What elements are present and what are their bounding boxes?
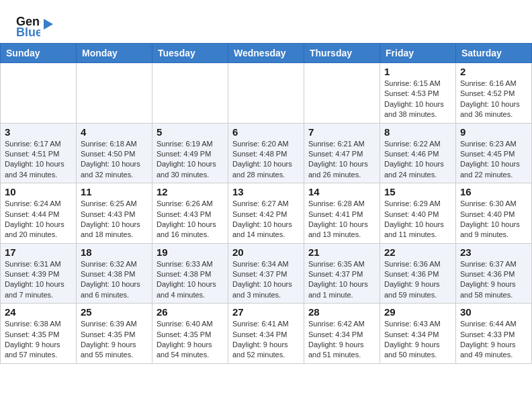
day-number: 19 <box>157 246 224 258</box>
day-info: Sunrise: 6:38 AM Sunset: 4:35 PM Dayligh… <box>5 319 72 361</box>
day-number: 12 <box>157 186 224 197</box>
day-info: Sunrise: 6:21 AM Sunset: 4:47 PM Dayligh… <box>308 139 375 181</box>
day-number: 14 <box>308 186 375 197</box>
day-info: Sunrise: 6:39 AM Sunset: 4:35 PM Dayligh… <box>81 319 148 361</box>
calendar-week-2: 3Sunrise: 6:17 AM Sunset: 4:51 PM Daylig… <box>1 123 532 183</box>
calendar-cell: 18Sunrise: 6:32 AM Sunset: 4:38 PM Dayli… <box>77 243 152 304</box>
page-header: General Blue <box>0 0 532 43</box>
calendar-cell: 8Sunrise: 6:22 AM Sunset: 4:46 PM Daylig… <box>380 123 456 183</box>
weekday-header-monday: Monday <box>77 44 152 63</box>
svg-marker-3 <box>44 19 53 30</box>
day-info: Sunrise: 6:34 AM Sunset: 4:37 PM Dayligh… <box>232 259 300 301</box>
day-info: Sunrise: 6:33 AM Sunset: 4:38 PM Dayligh… <box>157 259 224 301</box>
day-info: Sunrise: 6:27 AM Sunset: 4:42 PM Dayligh… <box>232 199 300 240</box>
calendar-week-4: 17Sunrise: 6:31 AM Sunset: 4:39 PM Dayli… <box>1 243 532 304</box>
calendar-cell: 14Sunrise: 6:28 AM Sunset: 4:41 PM Dayli… <box>304 183 380 244</box>
calendar-cell: 9Sunrise: 6:23 AM Sunset: 4:45 PM Daylig… <box>456 123 532 183</box>
calendar-cell: 12Sunrise: 6:26 AM Sunset: 4:43 PM Dayli… <box>152 183 228 244</box>
day-number: 25 <box>81 306 148 318</box>
day-info: Sunrise: 6:26 AM Sunset: 4:43 PM Dayligh… <box>157 199 224 240</box>
day-number: 23 <box>460 246 527 258</box>
weekday-header-saturday: Saturday <box>456 44 532 63</box>
calendar-cell: 28Sunrise: 6:42 AM Sunset: 4:34 PM Dayli… <box>304 304 380 364</box>
day-number: 3 <box>5 126 72 138</box>
day-info: Sunrise: 6:44 AM Sunset: 4:33 PM Dayligh… <box>460 319 527 361</box>
calendar-cell: 10Sunrise: 6:24 AM Sunset: 4:44 PM Dayli… <box>1 183 77 244</box>
day-number: 6 <box>232 126 300 138</box>
day-number: 2 <box>460 66 527 77</box>
day-number: 10 <box>5 186 72 197</box>
day-number: 8 <box>384 126 451 138</box>
calendar-table: SundayMondayTuesdayWednesdayThursdayFrid… <box>0 43 532 364</box>
calendar-cell: 21Sunrise: 6:35 AM Sunset: 4:37 PM Dayli… <box>304 243 380 304</box>
calendar-cell: 27Sunrise: 6:41 AM Sunset: 4:34 PM Dayli… <box>228 304 304 364</box>
day-info: Sunrise: 6:24 AM Sunset: 4:44 PM Dayligh… <box>5 199 72 240</box>
calendar-cell: 20Sunrise: 6:34 AM Sunset: 4:37 PM Dayli… <box>228 243 304 304</box>
day-number: 21 <box>308 246 375 258</box>
calendar-week-5: 24Sunrise: 6:38 AM Sunset: 4:35 PM Dayli… <box>1 304 532 364</box>
day-info: Sunrise: 6:29 AM Sunset: 4:40 PM Dayligh… <box>384 199 451 240</box>
day-info: Sunrise: 6:43 AM Sunset: 4:34 PM Dayligh… <box>384 319 451 361</box>
calendar-cell: 7Sunrise: 6:21 AM Sunset: 4:47 PM Daylig… <box>304 123 380 183</box>
day-info: Sunrise: 6:40 AM Sunset: 4:35 PM Dayligh… <box>157 319 224 361</box>
calendar-cell: 6Sunrise: 6:20 AM Sunset: 4:48 PM Daylig… <box>228 123 304 183</box>
day-info: Sunrise: 6:32 AM Sunset: 4:38 PM Dayligh… <box>81 259 148 301</box>
day-info: Sunrise: 6:17 AM Sunset: 4:51 PM Dayligh… <box>5 139 72 181</box>
calendar-cell: 24Sunrise: 6:38 AM Sunset: 4:35 PM Dayli… <box>1 304 77 364</box>
day-info: Sunrise: 6:42 AM Sunset: 4:34 PM Dayligh… <box>308 319 375 361</box>
day-number: 18 <box>81 246 148 258</box>
calendar-cell <box>304 63 380 124</box>
day-number: 17 <box>5 246 72 258</box>
calendar-cell <box>77 63 152 124</box>
day-number: 11 <box>81 186 148 197</box>
day-info: Sunrise: 6:37 AM Sunset: 4:36 PM Dayligh… <box>460 259 527 301</box>
calendar-cell: 29Sunrise: 6:43 AM Sunset: 4:34 PM Dayli… <box>380 304 456 364</box>
calendar-cell: 19Sunrise: 6:33 AM Sunset: 4:38 PM Dayli… <box>152 243 228 304</box>
day-info: Sunrise: 6:41 AM Sunset: 4:34 PM Dayligh… <box>232 319 300 361</box>
day-number: 27 <box>232 306 300 318</box>
day-info: Sunrise: 6:22 AM Sunset: 4:46 PM Dayligh… <box>384 139 451 181</box>
day-number: 15 <box>384 186 451 197</box>
day-info: Sunrise: 6:25 AM Sunset: 4:43 PM Dayligh… <box>81 199 148 240</box>
day-number: 9 <box>460 126 527 138</box>
calendar-cell <box>1 63 77 124</box>
calendar-cell: 5Sunrise: 6:19 AM Sunset: 4:49 PM Daylig… <box>152 123 228 183</box>
calendar-cell: 4Sunrise: 6:18 AM Sunset: 4:50 PM Daylig… <box>77 123 152 183</box>
weekday-header-thursday: Thursday <box>304 44 380 63</box>
calendar-cell: 17Sunrise: 6:31 AM Sunset: 4:39 PM Dayli… <box>1 243 77 304</box>
calendar-cell: 13Sunrise: 6:27 AM Sunset: 4:42 PM Dayli… <box>228 183 304 244</box>
day-info: Sunrise: 6:20 AM Sunset: 4:48 PM Dayligh… <box>232 139 300 181</box>
day-number: 1 <box>384 66 451 77</box>
weekday-header-wednesday: Wednesday <box>228 44 304 63</box>
calendar-cell: 26Sunrise: 6:40 AM Sunset: 4:35 PM Dayli… <box>152 304 228 364</box>
calendar-cell <box>228 63 304 124</box>
logo-icon: General Blue <box>16 12 40 36</box>
day-number: 26 <box>157 306 224 318</box>
calendar-cell: 2Sunrise: 6:16 AM Sunset: 4:52 PM Daylig… <box>456 63 532 124</box>
day-number: 13 <box>232 186 300 197</box>
calendar-cell: 3Sunrise: 6:17 AM Sunset: 4:51 PM Daylig… <box>1 123 77 183</box>
day-info: Sunrise: 6:23 AM Sunset: 4:45 PM Dayligh… <box>460 139 527 181</box>
day-number: 16 <box>460 186 527 197</box>
day-number: 20 <box>232 246 300 258</box>
day-number: 28 <box>308 306 375 318</box>
day-number: 22 <box>384 246 451 258</box>
day-info: Sunrise: 6:16 AM Sunset: 4:52 PM Dayligh… <box>460 79 527 120</box>
day-info: Sunrise: 6:19 AM Sunset: 4:49 PM Dayligh… <box>157 139 224 181</box>
day-info: Sunrise: 6:30 AM Sunset: 4:40 PM Dayligh… <box>460 199 527 240</box>
day-number: 4 <box>81 126 148 138</box>
day-number: 24 <box>5 306 72 318</box>
day-info: Sunrise: 6:18 AM Sunset: 4:50 PM Dayligh… <box>81 139 148 181</box>
calendar-cell: 22Sunrise: 6:36 AM Sunset: 4:36 PM Dayli… <box>380 243 456 304</box>
logo: General Blue <box>16 12 54 36</box>
calendar-cell: 15Sunrise: 6:29 AM Sunset: 4:40 PM Dayli… <box>380 183 456 244</box>
calendar-week-3: 10Sunrise: 6:24 AM Sunset: 4:44 PM Dayli… <box>1 183 532 244</box>
svg-text:Blue: Blue <box>16 26 40 36</box>
calendar-cell: 1Sunrise: 6:15 AM Sunset: 4:53 PM Daylig… <box>380 63 456 124</box>
day-info: Sunrise: 6:35 AM Sunset: 4:37 PM Dayligh… <box>308 259 375 301</box>
calendar-cell: 25Sunrise: 6:39 AM Sunset: 4:35 PM Dayli… <box>77 304 152 364</box>
weekday-header-tuesday: Tuesday <box>152 44 228 63</box>
calendar-week-1: 1Sunrise: 6:15 AM Sunset: 4:53 PM Daylig… <box>1 63 532 124</box>
day-info: Sunrise: 6:28 AM Sunset: 4:41 PM Dayligh… <box>308 199 375 240</box>
calendar-cell: 16Sunrise: 6:30 AM Sunset: 4:40 PM Dayli… <box>456 183 532 244</box>
